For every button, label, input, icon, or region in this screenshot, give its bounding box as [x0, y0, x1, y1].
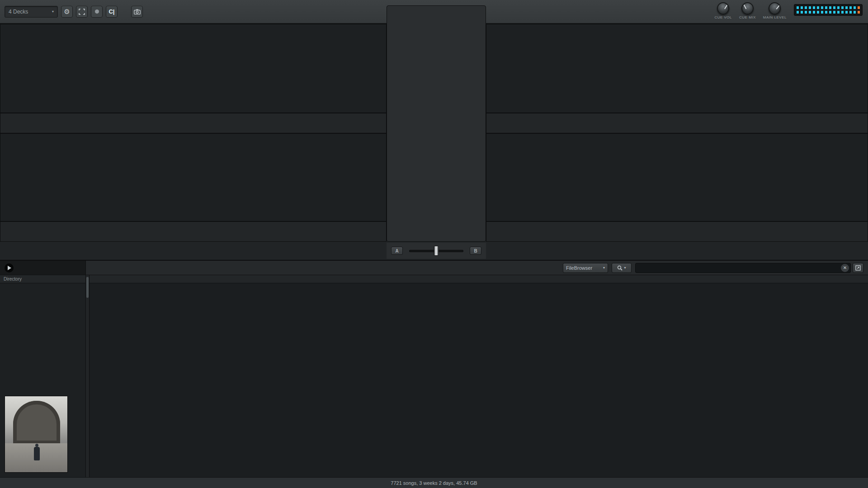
crossfader-row: A B — [387, 243, 486, 259]
crossfader-handle[interactable] — [434, 246, 439, 256]
main-level-label: MAIN LEVEL — [763, 15, 787, 19]
deck-layout-value: 4 Decks — [9, 9, 28, 15]
crossfader[interactable] — [409, 250, 463, 252]
deck-layout-select[interactable]: 4 Decks ▾ — [5, 6, 58, 18]
main-level-meter — [794, 4, 863, 16]
library-status-text: 7721 songs, 3 weeks 2 days, 45.74 GB — [391, 480, 477, 486]
chevron-down-icon: ▾ — [52, 9, 54, 14]
gear-icon: ⚙ — [64, 8, 70, 15]
deck-b — [486, 24, 868, 113]
search-clear-button[interactable]: ✕ — [841, 264, 849, 272]
scrollbar-thumb[interactable] — [86, 277, 89, 298]
browser-filter-value: FileBrowser — [566, 265, 592, 271]
directory-header: Directory — [0, 275, 85, 283]
deck-d — [486, 133, 868, 221]
cue-vol-label: CUE VOL — [714, 15, 732, 19]
cue-mix-knob-group: CUE MIX — [739, 2, 756, 19]
record-button[interactable] — [91, 6, 103, 18]
track-list-header — [90, 275, 868, 283]
status-bar: 7721 songs, 3 weeks 2 days, 45.74 GB — [0, 477, 868, 488]
album-art — [5, 396, 68, 473]
search-icon — [617, 265, 623, 271]
search-input[interactable] — [635, 263, 851, 273]
play-icon — [8, 266, 11, 270]
fullscreen-icon — [79, 9, 85, 15]
track-list — [90, 275, 868, 477]
record-icon — [95, 9, 99, 14]
crossfader-assign-a-button[interactable]: A — [391, 247, 403, 255]
fullscreen-button[interactable] — [76, 6, 88, 18]
browser-filter-select[interactable]: FileBrowser ▾ — [563, 263, 608, 273]
tracklist-scrollbar[interactable] — [86, 275, 90, 477]
preview-play-button[interactable] — [5, 263, 14, 272]
deck-c — [0, 133, 387, 221]
browser: FileBrowser ▾ ▾ ✕ Directory — [0, 260, 868, 488]
snapshot-button[interactable] — [131, 6, 143, 18]
cue-mix-knob[interactable] — [741, 2, 754, 14]
chevron-down-icon: ▾ — [624, 266, 626, 270]
cue-vol-knob[interactable] — [717, 2, 729, 14]
cue-vol-knob-group: CUE VOL — [714, 2, 732, 19]
browser-toolbar: FileBrowser ▾ ▾ ✕ — [0, 261, 868, 275]
maximize-icon — [855, 265, 861, 271]
camera-icon — [134, 9, 141, 14]
main-level-knob[interactable] — [769, 2, 781, 14]
deck-c-stripe — [0, 221, 387, 242]
preferences-button[interactable]: ⚙ — [61, 6, 73, 18]
pads-panel — [387, 5, 486, 242]
close-icon: ✕ — [843, 265, 847, 270]
traktor-logo: C| — [106, 6, 118, 18]
main-level-knob-group: MAIN LEVEL — [763, 2, 787, 19]
deck-a — [0, 24, 387, 113]
browser-sidebar: Directory — [0, 275, 86, 477]
search-scope-button[interactable]: ▾ — [612, 263, 632, 273]
deck-a-stripe — [0, 113, 387, 133]
deck-d-stripe — [486, 221, 868, 242]
chevron-down-icon: ▾ — [603, 266, 605, 270]
traktor-main-window: 4 Decks ▾ ⚙ C| CUE VOL CUE MIX MAIN LEVE… — [0, 0, 868, 488]
cue-mix-label: CUE MIX — [739, 15, 756, 19]
deck-b-stripe — [486, 113, 868, 133]
crossfader-assign-b-button[interactable]: B — [470, 247, 481, 255]
preview-player — [0, 261, 86, 275]
browser-maximize-button[interactable] — [853, 263, 863, 273]
